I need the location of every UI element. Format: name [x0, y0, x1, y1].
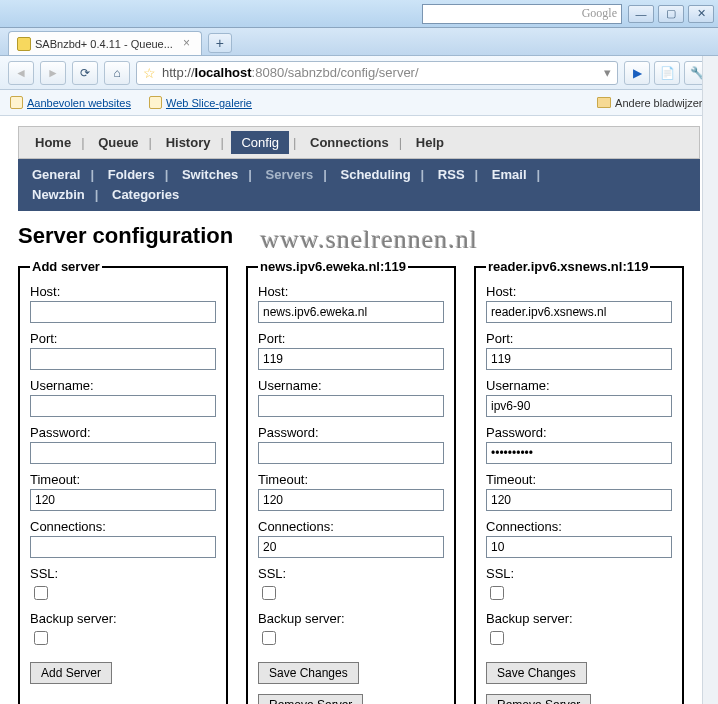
- connections-field[interactable]: [258, 536, 444, 558]
- ssl-checkbox[interactable]: [262, 586, 276, 600]
- server-panel: reader.ipv6.xsnews.nl:119Host:Port:Usern…: [474, 259, 684, 704]
- backup-label: Backup server:: [486, 611, 672, 626]
- save-changes-button[interactable]: Save Changes: [258, 662, 359, 684]
- port-field[interactable]: [30, 348, 216, 370]
- sub-nav: General| Folders| Switches| Servers| Sch…: [18, 159, 700, 211]
- port-field-label: Port:: [30, 331, 216, 346]
- timeout-field[interactable]: [486, 489, 672, 511]
- server-panel: Add serverHost:Port:Username:Password:Ti…: [18, 259, 228, 704]
- nav-queue[interactable]: Queue: [92, 133, 144, 152]
- connections-field-label: Connections:: [258, 519, 444, 534]
- host-field[interactable]: [30, 301, 216, 323]
- password-field-label: Password:: [258, 425, 444, 440]
- nav-history[interactable]: History: [160, 133, 217, 152]
- host-field[interactable]: [486, 301, 672, 323]
- timeout-field[interactable]: [30, 489, 216, 511]
- back-button[interactable]: ◄: [8, 61, 34, 85]
- connections-field-label: Connections:: [486, 519, 672, 534]
- ssl-label: SSL:: [486, 566, 672, 581]
- bookmark-aanbevolen[interactable]: Aanbevolen websites: [10, 96, 131, 109]
- connections-field[interactable]: [30, 536, 216, 558]
- timeout-field[interactable]: [258, 489, 444, 511]
- subnav-switches[interactable]: Switches: [178, 167, 242, 182]
- username-field[interactable]: [30, 395, 216, 417]
- password-field[interactable]: [486, 442, 672, 464]
- username-field[interactable]: [486, 395, 672, 417]
- connections-field[interactable]: [486, 536, 672, 558]
- host-field-label: Host:: [258, 284, 444, 299]
- page-menu-button[interactable]: 📄: [654, 61, 680, 85]
- remove-server-button[interactable]: Remove Server: [258, 694, 363, 704]
- window-minimize-button[interactable]: —: [628, 5, 654, 23]
- ssl-checkbox[interactable]: [34, 586, 48, 600]
- password-field-label: Password:: [30, 425, 216, 440]
- go-button[interactable]: ▶: [624, 61, 650, 85]
- backup-checkbox[interactable]: [34, 631, 48, 645]
- page-title: Server configuration: [18, 223, 233, 249]
- browser-search-box[interactable]: Google: [422, 4, 622, 24]
- username-field[interactable]: [258, 395, 444, 417]
- subnav-scheduling[interactable]: Scheduling: [337, 167, 415, 182]
- bookmark-other-folder[interactable]: Andere bladwijzers: [597, 97, 708, 109]
- ssl-checkbox[interactable]: [490, 586, 504, 600]
- username-field-label: Username:: [258, 378, 444, 393]
- tab-title: SABnzbd+ 0.4.11 - Queue...: [35, 38, 173, 50]
- add-server-button[interactable]: Add Server: [30, 662, 112, 684]
- bookmark-label: Aanbevolen websites: [27, 97, 131, 109]
- username-field-label: Username:: [30, 378, 216, 393]
- bookmark-webslice[interactable]: Web Slice-galerie: [149, 96, 252, 109]
- backup-label: Backup server:: [30, 611, 216, 626]
- url-text: http://localhost:8080/sabnzbd/config/ser…: [162, 65, 598, 80]
- host-field-label: Host:: [486, 284, 672, 299]
- save-changes-button[interactable]: Save Changes: [486, 662, 587, 684]
- remove-server-button[interactable]: Remove Server: [486, 694, 591, 704]
- server-panel: news.ipv6.eweka.nl:119Host:Port:Username…: [246, 259, 456, 704]
- subnav-general[interactable]: General: [28, 167, 84, 182]
- home-button[interactable]: ⌂: [104, 61, 130, 85]
- subnav-folders[interactable]: Folders: [104, 167, 159, 182]
- backup-checkbox[interactable]: [262, 631, 276, 645]
- search-engine-label: Google: [582, 6, 617, 21]
- bookmark-icon: [10, 96, 23, 109]
- nav-config[interactable]: Config: [231, 131, 289, 154]
- nav-connections[interactable]: Connections: [304, 133, 395, 152]
- browser-tabstrip: SABnzbd+ 0.4.11 - Queue... × +: [0, 28, 718, 56]
- port-field[interactable]: [486, 348, 672, 370]
- new-tab-button[interactable]: +: [208, 33, 232, 53]
- window-close-button[interactable]: ✕: [688, 5, 714, 23]
- address-bar[interactable]: ☆ http://localhost:8080/sabnzbd/config/s…: [136, 61, 618, 85]
- subnav-newzbin[interactable]: Newzbin: [28, 187, 89, 202]
- subnav-categories[interactable]: Categories: [108, 187, 183, 202]
- bookmark-label: Andere bladwijzers: [615, 97, 708, 109]
- subnav-servers[interactable]: Servers: [262, 167, 318, 182]
- timeout-field-label: Timeout:: [30, 472, 216, 487]
- password-field[interactable]: [30, 442, 216, 464]
- vertical-scrollbar[interactable]: [702, 56, 718, 704]
- forward-button[interactable]: ►: [40, 61, 66, 85]
- timeout-field-label: Timeout:: [486, 472, 672, 487]
- folder-icon: [597, 97, 611, 108]
- port-field[interactable]: [258, 348, 444, 370]
- server-panels: Add serverHost:Port:Username:Password:Ti…: [18, 259, 700, 704]
- host-field[interactable]: [258, 301, 444, 323]
- subnav-email[interactable]: Email: [488, 167, 531, 182]
- panel-legend: news.ipv6.eweka.nl:119: [258, 259, 408, 274]
- host-field-label: Host:: [30, 284, 216, 299]
- bookmark-label: Web Slice-galerie: [166, 97, 252, 109]
- backup-checkbox[interactable]: [490, 631, 504, 645]
- username-field-label: Username:: [486, 378, 672, 393]
- addr-dropdown-icon[interactable]: ▾: [604, 65, 611, 80]
- tab-close-icon[interactable]: ×: [183, 37, 195, 49]
- favicon-icon: [17, 37, 31, 51]
- browser-titlebar: Google — ▢ ✕: [0, 0, 718, 28]
- browser-tab[interactable]: SABnzbd+ 0.4.11 - Queue... ×: [8, 31, 202, 55]
- reload-button[interactable]: ⟳: [72, 61, 98, 85]
- bookmark-star-icon[interactable]: ☆: [143, 65, 156, 81]
- nav-help[interactable]: Help: [410, 133, 450, 152]
- subnav-rss[interactable]: RSS: [434, 167, 469, 182]
- password-field[interactable]: [258, 442, 444, 464]
- password-field-label: Password:: [486, 425, 672, 440]
- watermark-text: www.snelrennen.nl: [261, 225, 478, 255]
- nav-home[interactable]: Home: [29, 133, 77, 152]
- window-maximize-button[interactable]: ▢: [658, 5, 684, 23]
